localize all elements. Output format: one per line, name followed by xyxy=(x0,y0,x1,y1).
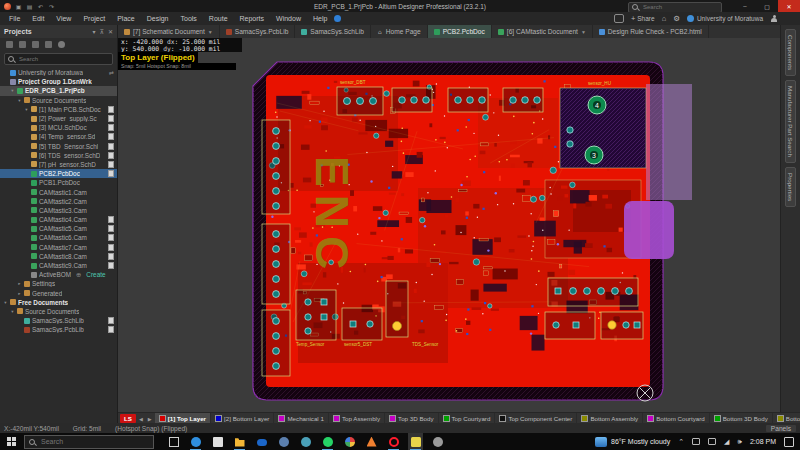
tree-item[interactable]: CAMtastic1.Cam xyxy=(0,187,117,196)
help-dropdown-icon[interactable] xyxy=(334,15,341,22)
panel-tab-components[interactable]: Components xyxy=(785,29,796,76)
notification-center-icon[interactable] xyxy=(784,437,794,447)
tree-item[interactable]: CAMtastic4.Cam xyxy=(0,215,117,224)
volume-icon[interactable]: 🕪 xyxy=(738,438,742,446)
browser-icon[interactable] xyxy=(342,433,357,450)
profile-icon[interactable] xyxy=(770,15,778,23)
account-button[interactable]: University of Moratuwa xyxy=(687,15,763,22)
close-panel-icon[interactable]: ✕ xyxy=(108,28,113,35)
chevron-down-icon[interactable]: ▼ xyxy=(208,29,213,35)
tray-app-icon-2[interactable] xyxy=(708,438,716,445)
panels-button[interactable]: Panels xyxy=(766,425,796,432)
menu-reports[interactable]: Reports xyxy=(235,14,270,23)
tray-chevron-icon[interactable]: ⌃ xyxy=(678,438,684,446)
comment-icon[interactable] xyxy=(614,14,624,23)
tree-item[interactable]: [6] TDS_sensor.SchD xyxy=(0,151,117,160)
doc-tab-samacsys-pcblib[interactable]: SamacSys.PcbLib xyxy=(220,25,296,38)
mounting-pad-2[interactable] xyxy=(608,321,616,329)
task-view-icon[interactable] xyxy=(166,433,181,450)
file-explorer-icon[interactable] xyxy=(232,433,247,450)
menu-tools[interactable]: Tools xyxy=(176,14,202,23)
mounting-pad[interactable] xyxy=(393,322,402,331)
network-icon[interactable]: ◢ xyxy=(724,438,729,446)
weather-widget[interactable]: 86°F Mostly cloudy xyxy=(595,437,670,447)
opera-icon[interactable] xyxy=(386,433,401,450)
taskbar-search-input[interactable] xyxy=(39,437,133,446)
open-icon[interactable]: ▤ xyxy=(26,3,33,10)
maximize-button[interactable]: ▢ xyxy=(756,0,778,12)
doc-tab--7-schematic-document[interactable]: [7] Schematic Document▼ xyxy=(118,25,220,38)
whatsapp-icon[interactable] xyxy=(320,433,335,450)
cloud-app-icon[interactable] xyxy=(254,433,269,450)
save-icon[interactable]: ▣ xyxy=(15,3,22,10)
tree-expand-icon[interactable]: ▾ xyxy=(3,300,8,305)
pin-icon[interactable]: ⊼ xyxy=(100,28,104,35)
menu-route[interactable]: Route xyxy=(204,14,233,23)
tree-item[interactable]: ▾Free Documents xyxy=(0,298,117,307)
tree-item[interactable]: Project Group 1.DsnWrk xyxy=(0,77,117,86)
tree-item[interactable]: SamacSys.SchLib xyxy=(0,316,117,325)
add-document-icon[interactable] xyxy=(45,41,52,48)
layer-sets-button[interactable]: LS xyxy=(120,414,136,423)
panel-tab-properties[interactable]: Properties xyxy=(785,167,796,207)
tree-item[interactable]: CAMtastic5.Cam xyxy=(0,224,117,233)
tree-item[interactable]: ▾Source Documents xyxy=(0,307,117,316)
menu-place[interactable]: Place xyxy=(112,14,140,23)
tree-expand-icon[interactable]: ▸ xyxy=(17,291,22,296)
tree-item[interactable]: PCB2.PcbDoc xyxy=(0,169,117,178)
tree-item[interactable]: [4] Temp_sensor.Sd xyxy=(0,132,117,141)
tree-item[interactable]: ▾Source Documents xyxy=(0,96,117,105)
tree-item[interactable]: University of Moratuwa⇄ xyxy=(0,68,117,77)
antenna-keepout-block[interactable]: 4 3 xyxy=(560,88,646,168)
tree-item[interactable]: CAMtastic8.Cam xyxy=(0,252,117,261)
tree-expand-icon[interactable]: ▸ xyxy=(17,281,22,286)
tree-item[interactable]: CAMtastic2.Cam xyxy=(0,197,117,206)
app-icon-1[interactable] xyxy=(210,433,225,450)
tree-expand-icon[interactable]: ▾ xyxy=(24,107,29,112)
app-icon-4[interactable] xyxy=(430,433,445,450)
3d-app-icon[interactable] xyxy=(364,433,379,450)
share-button[interactable]: + Share xyxy=(631,14,655,23)
menu-view[interactable]: View xyxy=(51,14,76,23)
titlebar-search-input[interactable] xyxy=(641,3,715,11)
tray-app-icon[interactable] xyxy=(692,438,700,445)
tree-expand-icon[interactable]: ▾ xyxy=(17,98,22,103)
tree-item[interactable]: [2] Power_supply.Sc xyxy=(0,114,117,123)
panel-tab-manufacturer-part-search[interactable]: Manufacturer Part Search xyxy=(785,80,796,163)
add-icon[interactable]: ⊕ xyxy=(76,271,81,279)
chevron-down-icon[interactable]: ▾ xyxy=(93,28,96,35)
doc-tab-home-page[interactable]: ⌂Home Page xyxy=(371,25,428,38)
home-icon[interactable]: ⌂ xyxy=(662,14,667,23)
close-button[interactable]: ✕ xyxy=(778,0,800,12)
tree-item[interactable]: ▸Generated xyxy=(0,289,117,298)
tree-item[interactable]: [3] MCU.SchDoc xyxy=(0,123,117,132)
clock[interactable]: 2:08 PM xyxy=(750,438,776,445)
taskbar-search[interactable] xyxy=(24,435,154,449)
tree-item[interactable]: ▾[1] Main PCB.SchDoc xyxy=(0,105,117,114)
doc-tab-samacsys-schlib[interactable]: SamacSys.SchLib xyxy=(295,25,371,38)
compile-icon[interactable] xyxy=(6,41,13,48)
tree-item[interactable]: [7] pH_sensor.SchD xyxy=(0,160,117,169)
chevron-down-icon[interactable]: ▼ xyxy=(581,29,586,35)
app-icon-3[interactable] xyxy=(298,433,313,450)
minimize-button[interactable]: – xyxy=(734,0,756,12)
tree-item[interactable]: CAMtastic7.Cam xyxy=(0,243,117,252)
create-link[interactable]: Create xyxy=(86,271,105,278)
titlebar-search[interactable] xyxy=(628,2,722,13)
left-connector-pads[interactable] xyxy=(273,128,280,370)
tree-item[interactable]: PCB1.PcbDoc xyxy=(0,178,117,187)
active-app-icon[interactable] xyxy=(408,433,423,450)
tree-item[interactable]: ▾EDR_PCB_1.PrjPcb xyxy=(0,86,117,95)
sync-icon[interactable] xyxy=(19,41,26,48)
pcb-canvas[interactable]: ENC xyxy=(118,38,780,412)
tree-item[interactable]: [5] TBD_Sensor.Schl xyxy=(0,142,117,151)
doc-tab--6-camtastic-document[interactable]: [6] CAMtastic Document▼ xyxy=(492,25,593,38)
menu-design[interactable]: Design xyxy=(142,14,174,23)
open-project-icon[interactable] xyxy=(32,41,39,48)
menu-edit[interactable]: Edit xyxy=(27,14,49,23)
app-icon-2[interactable] xyxy=(276,433,291,450)
menu-file[interactable]: File xyxy=(4,14,25,23)
doc-tab-pcb2-pcbdoc[interactable]: PCB2.PcbDoc xyxy=(428,25,492,38)
tree-item[interactable]: SamacSys.PcbLib xyxy=(0,325,117,334)
edge-icon[interactable] xyxy=(188,433,203,450)
